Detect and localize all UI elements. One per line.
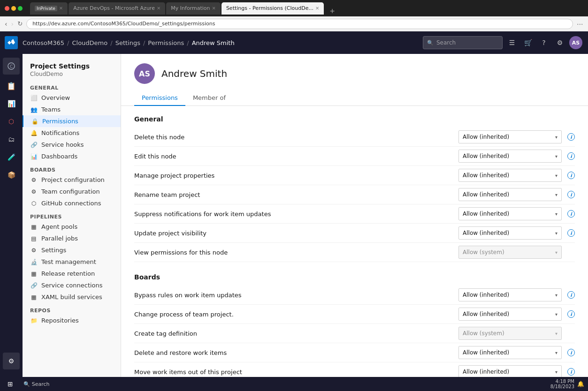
taskbar-start[interactable]: ⊞ (4, 380, 17, 388)
tab-permissions[interactable]: Permissions (134, 90, 185, 106)
sidebar-item-service-connections[interactable]: 🔗 Service connections (23, 279, 121, 291)
dropdown-arrow: ▾ (555, 250, 557, 255)
sidebar-item-xaml-build[interactable]: ▦ XAML build services (23, 291, 121, 303)
info-icon-visibility[interactable]: i (567, 229, 575, 237)
sidebar-item-release-retention[interactable]: ▦ Release retention (23, 268, 121, 279)
perm-dropdown-edit-node[interactable]: Allow (inherited) ▾ (458, 150, 562, 163)
info-icon-delete-node[interactable]: i (567, 133, 575, 141)
perm-dropdown-change-process[interactable]: Allow (inherited) ▾ (458, 308, 562, 321)
sidebar-item-pipeline-settings[interactable]: ⚙ Settings (23, 244, 121, 256)
perm-row-visibility: Update project visibility Allow (inherit… (134, 224, 575, 243)
sidebar-item-test-management[interactable]: 🔬 Test management (23, 256, 121, 268)
list-icon[interactable]: ☰ (505, 36, 519, 49)
avatar: AS (134, 63, 155, 84)
activity-pipelines[interactable]: ⬡ (3, 113, 20, 130)
azure-devops-logo[interactable] (5, 36, 18, 49)
nav-forward[interactable]: › (11, 20, 14, 28)
section-boards-header: Boards (23, 162, 121, 174)
perm-label: View permissions for this node (134, 249, 453, 256)
section-general-header: General (23, 82, 121, 92)
info-icon-move-items[interactable]: i (567, 368, 575, 376)
perm-dropdown-rename[interactable]: Allow (inherited) ▾ (458, 188, 562, 201)
sidebar-item-project-config[interactable]: ⚙ Project configuration (23, 174, 121, 186)
activity-settings[interactable]: ⚙ (3, 353, 20, 369)
sidebar-item-parallel-jobs[interactable]: ▤ Parallel jobs (23, 233, 121, 244)
perm-dropdown-bypass[interactable]: Allow (inherited) ▾ (458, 288, 562, 301)
search-placeholder: Search (436, 39, 456, 46)
perm-label: Suppress notifications for work item upd… (134, 211, 453, 218)
info-icon-change-process[interactable]: i (567, 310, 575, 318)
sidebar-item-notifications[interactable]: 🔔 Notifications (23, 127, 121, 139)
tab-azure[interactable]: Azure DevOps - Microsoft Azure ✕ (69, 2, 165, 15)
tab-my-info[interactable]: My Information ✕ (166, 2, 221, 15)
tab-close-my-info[interactable]: ✕ (212, 6, 215, 11)
activity-home[interactable]: C (3, 58, 20, 75)
search-box[interactable]: 🔍 Search (423, 36, 503, 49)
info-icon-delete-restore[interactable]: i (567, 349, 575, 356)
breadcrumb-permissions[interactable]: Permissions (148, 39, 184, 46)
url-bar[interactable]: https://dev.azure.com/ContosoM365/CloudD… (26, 19, 573, 29)
breadcrumb-sep-2: / (110, 39, 112, 46)
info-icon-edit-node[interactable]: i (567, 152, 575, 160)
perm-dropdown-visibility[interactable]: Allow (inherited) ▾ (458, 226, 562, 240)
breadcrumb-project[interactable]: CloudDemo (72, 39, 107, 46)
new-tab-button[interactable]: + (326, 7, 339, 15)
perm-row-manage-props: Manage project properties Allow (inherit… (134, 166, 575, 185)
breadcrumb: ContosoM365 / CloudDemo / Settings / Per… (23, 39, 235, 46)
xaml-build-icon: ▦ (30, 294, 38, 301)
info-icon-placeholder2 (567, 330, 575, 337)
service-connections-icon: 🔗 (30, 282, 38, 289)
perm-dropdown-move-items[interactable]: Allow (inherited) ▾ (458, 365, 562, 378)
perm-label: Create tag definition (134, 330, 453, 337)
tab-inprivate[interactable]: InPrivate ✕ (30, 2, 68, 15)
user-avatar-top[interactable]: AS (569, 36, 582, 49)
tab-close-settings[interactable]: ✕ (315, 6, 319, 11)
dropdown-arrow: ▾ (555, 173, 557, 178)
sidebar-item-repositories[interactable]: 📁 Repositories (23, 315, 121, 326)
sidebar-item-overview[interactable]: ⬜ Overview (23, 92, 121, 104)
nav-back[interactable]: ‹ (5, 20, 8, 28)
notifications-icon: 🔔 (30, 130, 38, 136)
settings-icon[interactable]: ⚙ (553, 36, 566, 49)
svg-text:C: C (10, 64, 13, 69)
activity-boards[interactable]: 📊 (3, 95, 20, 112)
sidebar-item-service-hooks[interactable]: 🔗 Service hooks (23, 139, 121, 150)
sidebar-item-teams[interactable]: 👥 Teams (23, 104, 121, 115)
sidebar-item-dashboards[interactable]: 📊 Dashboards (23, 150, 121, 162)
breadcrumb-sep-1: / (67, 39, 69, 46)
user-header: AS Andrew Smith (121, 54, 588, 84)
activity-work[interactable]: 📋 (3, 77, 20, 94)
breadcrumb-user: Andrew Smith (192, 39, 235, 46)
agent-pools-icon: ▦ (30, 224, 38, 230)
perm-dropdown-create-tag: Allow (system) ▾ (458, 327, 562, 340)
perm-dropdown-manage-props[interactable]: Allow (inherited) ▾ (458, 169, 562, 182)
info-icon-rename[interactable]: i (567, 191, 575, 198)
tab-member-of[interactable]: Member of (185, 90, 233, 106)
taskbar-notification[interactable]: 🔔 (577, 381, 584, 387)
activity-testplans[interactable]: 🧪 (3, 149, 20, 165)
perm-dropdown-suppress[interactable]: Allow (inherited) ▾ (458, 207, 562, 220)
tab-close-inprivate[interactable]: ✕ (59, 6, 63, 11)
browser-settings[interactable]: ⋯ (577, 20, 583, 28)
info-icon-manage-props[interactable]: i (567, 172, 575, 179)
sidebar-item-team-config[interactable]: ⚙ Team configuration (23, 186, 121, 197)
perm-dropdown-delete-node[interactable]: Allow (inherited) ▾ (458, 130, 562, 143)
help-icon[interactable]: ? (537, 36, 550, 49)
breadcrumb-settings[interactable]: Settings (115, 39, 140, 46)
dropdown-arrow: ▾ (555, 293, 557, 298)
info-icon-suppress[interactable]: i (567, 210, 575, 218)
breadcrumb-org[interactable]: ContosoM365 (23, 39, 64, 46)
tab-settings-active[interactable]: Settings - Permissions (CloudDe... ✕ (221, 2, 324, 15)
perm-dropdown-delete-restore[interactable]: Allow (inherited) ▾ (458, 346, 562, 359)
info-icon-bypass[interactable]: i (567, 291, 575, 299)
taskbar-search[interactable]: 🔍 Search (19, 380, 54, 388)
basket-icon[interactable]: 🛒 (521, 36, 535, 49)
sidebar-item-github[interactable]: ⬡ GitHub connections (23, 197, 121, 209)
sidebar-item-permissions[interactable]: 🔒 Permissions (23, 115, 121, 127)
activity-repos[interactable]: 🗂 (3, 131, 20, 148)
tab-close-azure[interactable]: ✕ (157, 6, 160, 11)
nav-refresh[interactable]: ↻ (17, 20, 23, 27)
dropdown-arrow: ▾ (555, 369, 557, 375)
sidebar-item-agent-pools[interactable]: ▦ Agent pools (23, 221, 121, 233)
activity-artifacts[interactable]: 📦 (3, 166, 20, 183)
